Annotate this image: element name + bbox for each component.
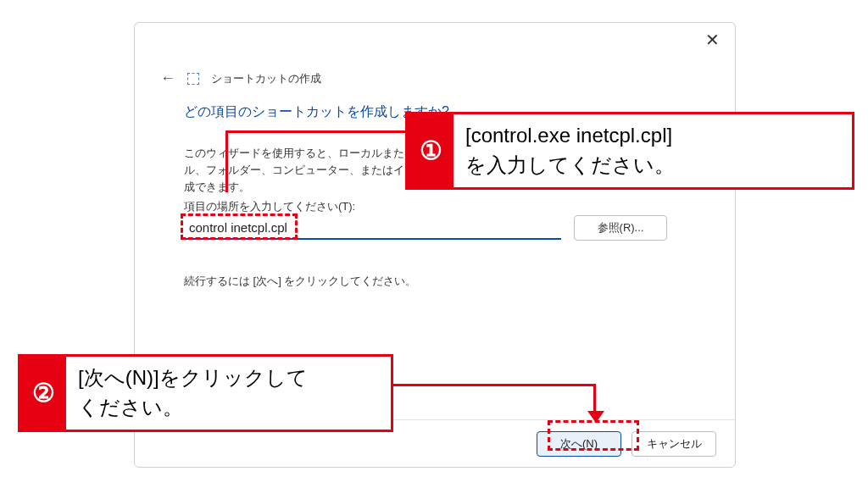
cancel-button[interactable]: キャンセル [632, 431, 716, 457]
annotation-text-2: [次へ(N)]をクリックして ください。 [66, 357, 320, 430]
close-icon[interactable]: ✕ [705, 31, 720, 48]
arrow-down-icon [587, 411, 604, 423]
browse-button[interactable]: 参照(R)... [574, 215, 667, 241]
annotation-callout-2: ② [次へ(N)]をクリックして ください。 [18, 354, 393, 432]
annotation-badge-2: ② [20, 357, 66, 430]
dialog-title: ショートカットの作成 [211, 71, 321, 86]
continue-instruction: 続行するには [次へ] をクリックしてください。 [184, 274, 416, 289]
location-label: 項目の場所を入力してください(T): [184, 199, 355, 214]
location-input[interactable] [184, 216, 561, 240]
back-icon[interactable]: ← [160, 69, 175, 87]
connector-line [392, 384, 596, 386]
next-button[interactable]: 次へ(N) [537, 431, 621, 457]
dialog-header: ← ショートカットの作成 [160, 69, 321, 87]
shortcut-icon [187, 73, 199, 85]
connector-line [225, 130, 228, 192]
annotation-text-1: [control.exe inetcpl.cpl] を入力してください。 [453, 114, 687, 187]
annotation-badge-1: ① [408, 114, 453, 187]
connector-line [225, 130, 407, 133]
annotation-callout-1: ① [control.exe inetcpl.cpl] を入力してください。 [405, 112, 854, 190]
connector-line [593, 384, 596, 414]
